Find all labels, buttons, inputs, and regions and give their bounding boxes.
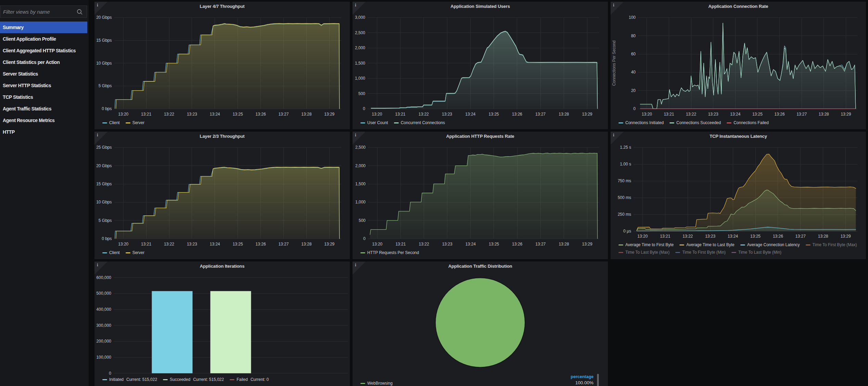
legend-item-connections-initiated[interactable]: Connections Initiated [618, 120, 664, 125]
y-tick-label: 5 Gbps [99, 83, 112, 88]
x-tick-label: 13:23 [187, 242, 197, 247]
x-tick-label: 13:21 [664, 112, 674, 117]
legend-dash [731, 252, 736, 253]
legend-item-average-connection-latency[interactable]: Average Connection Latency [740, 242, 800, 247]
legend-dash [126, 252, 130, 253]
y-tick-label: 400,000 [97, 307, 112, 312]
pie-table: percentage100.00% [571, 374, 593, 386]
sidebar-item-agent-traffic-statistics[interactable]: Agent Traffic Statistics [0, 103, 87, 115]
legend-label: HTTP Requests Per Second [367, 250, 419, 255]
legend-item-time-to-first-byte-min[interactable]: Time To First Byte (Min) [675, 250, 726, 255]
legend-dash [618, 122, 623, 123]
x-tick-label: 13:23 [705, 234, 715, 239]
pie-slice-webbrowsing [435, 278, 525, 368]
y-tick-label: 100 [629, 15, 636, 20]
application-traffic-distribution-chart [353, 262, 608, 386]
y-tick-label: 20 [631, 88, 636, 93]
x-tick-label: 13:28 [301, 242, 311, 247]
legend-item-failed[interactable]: FailedCurrent: 0 [230, 377, 269, 382]
y-tick-label: 1,500 [355, 61, 365, 66]
x-tick-label: 13:28 [818, 234, 828, 239]
sidebar-item-server-http-statistics[interactable]: Server HTTP Statistics [0, 80, 87, 91]
y-tick-label: 300,000 [97, 323, 112, 328]
series-area-concurrent-connections [371, 31, 597, 109]
filter-input[interactable] [3, 6, 75, 17]
x-tick-label: 13:25 [233, 242, 243, 247]
legend-item-average-time-to-first-byte[interactable]: Average Time to First Byte [618, 242, 674, 247]
series-area-server [116, 167, 340, 239]
legend-value: Current: 515,022 [193, 377, 224, 382]
legend-dash [727, 122, 731, 123]
legend-item-server[interactable]: Server [126, 250, 144, 255]
bar-succeeded [210, 291, 251, 373]
legend-row: InitiatedCurrent: 515,022SucceededCurren… [102, 377, 269, 382]
application-iterations-chart: 0100,000200,000300,000400,000500,000600,… [94, 262, 350, 386]
legend-dash [394, 122, 399, 123]
x-tick-label: 13:29 [841, 112, 851, 117]
x-tick-label: 13:25 [752, 112, 763, 117]
x-tick-label: 13:21 [141, 242, 151, 247]
application-simulated-users-chart: 05001,0001,5002,0002,5003,00013:2013:211… [353, 2, 608, 129]
panel-legend: Connections InitiatedConnections Succeed… [618, 120, 769, 125]
legend-item-average-time-to-last-byte[interactable]: Average Time to Last Byte [679, 242, 735, 247]
legend-item-server[interactable]: Server [126, 120, 144, 125]
panel-legend: WebBrowsing [360, 381, 393, 386]
legend-item-time-to-last-byte-max[interactable]: Time To Last Byte (Max) [618, 250, 669, 255]
legend-item-succeeded[interactable]: SucceededCurrent: 515,022 [163, 377, 224, 382]
y-tick-label: 500 [358, 91, 365, 96]
sidebar-item-tcp-statistics[interactable]: TCP Statistics [0, 91, 87, 103]
x-tick-label: 13:22 [686, 112, 696, 117]
legend-label: User Count [367, 120, 388, 125]
x-tick-label: 13:22 [419, 112, 429, 117]
sidebar-item-agent-resource-metrics[interactable]: Agent Resource Metrics [0, 115, 87, 126]
x-tick-label: 13:24 [728, 234, 738, 239]
legend-item-concurrent-connections[interactable]: Concurrent Connections [394, 120, 445, 125]
sidebar-item-client-statistics-per-action[interactable]: Client Statistics per Action [0, 56, 87, 68]
legend-dash [102, 122, 107, 123]
sidebar-item-http[interactable]: HTTP [0, 126, 87, 138]
legend-dash [618, 252, 623, 253]
x-tick-label: 13:22 [164, 112, 174, 117]
sidebar-item-client-aggregated-http-statistics[interactable]: Client Aggregated HTTP Statistics [0, 45, 87, 56]
x-tick-label: 13:27 [278, 242, 289, 247]
legend-row: HTTP Requests Per Second [360, 250, 419, 255]
pie-table-header[interactable]: percentage [571, 374, 593, 380]
legend-item-http-requests-per-second[interactable]: HTTP Requests Per Second [360, 250, 419, 255]
pie-table-scrollbar[interactable] [597, 373, 599, 386]
y-tick-label: 40 [631, 70, 636, 75]
sidebar-item-server-statistics[interactable]: Server Statistics [0, 68, 87, 80]
legend-item-user-count[interactable]: User Count [360, 120, 388, 125]
legend-item-connections-succeeded[interactable]: Connections Succeeded [669, 120, 721, 125]
x-tick-label: 13:26 [773, 234, 783, 239]
legend-item-client[interactable]: Client [102, 250, 120, 255]
sidebar-item-summary[interactable]: Summary [0, 22, 87, 33]
legend-item-time-to-last-byte-min[interactable]: Time To Last Byte (Min) [731, 250, 781, 255]
y-tick-label: 750 ms [618, 178, 631, 183]
panel-layer-4-7-throughput: iLayer 4/7 Throughput0 bps5 Gbps10 Gbps1… [94, 2, 350, 129]
panel-layer-2-3-throughput: iLayer 2/3 Throughput0 bps5 Gbps10 Gbps1… [94, 132, 350, 259]
legend-label: Average Time to First Byte [625, 242, 674, 247]
bar-initiated [152, 291, 193, 373]
x-tick-label: 13:21 [141, 112, 151, 117]
legend-item-webbrowsing[interactable]: WebBrowsing [360, 381, 393, 386]
pie-table-value: 100.00% [571, 380, 593, 386]
y-tick-label: 200,000 [97, 339, 112, 344]
x-tick-label: 13:27 [796, 112, 807, 117]
legend-row: ClientServer [102, 120, 144, 125]
y-tick-label: 250 ms [618, 212, 631, 217]
legend-item-initiated[interactable]: InitiatedCurrent: 515,022 [102, 377, 157, 382]
x-tick-label: 13:28 [559, 112, 569, 117]
x-tick-label: 13:22 [682, 234, 693, 239]
legend-dash [740, 244, 745, 245]
sidebar-item-client-application-profile[interactable]: Client Application Profile [0, 33, 87, 45]
x-tick-label: 13:27 [278, 112, 289, 117]
y-tick-label: 1,000 [355, 200, 366, 204]
legend-label: Succeeded [170, 377, 190, 382]
layer-2-3-throughput-chart: 0 bps5 Gbps10 Gbps15 Gbps20 Gbps25 Gbps1… [94, 132, 350, 259]
x-tick-label: 13:29 [324, 242, 334, 247]
legend-dash [806, 244, 810, 245]
legend-item-client[interactable]: Client [102, 120, 120, 125]
x-tick-label: 13:22 [419, 242, 429, 247]
legend-item-connections-failed[interactable]: Connections Failed [727, 120, 769, 125]
legend-item-time-to-first-byte-max[interactable]: Time To First Byte (Max) [806, 242, 857, 247]
